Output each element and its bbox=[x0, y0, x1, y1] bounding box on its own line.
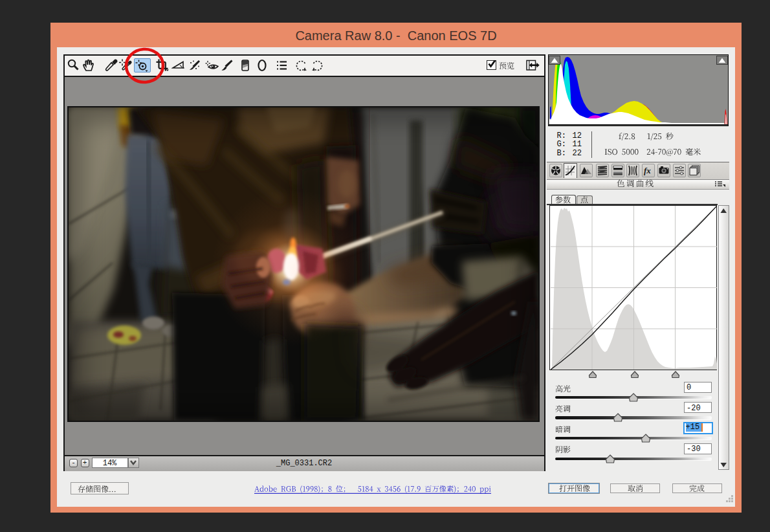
svg-text:fx: fx bbox=[644, 166, 651, 175]
